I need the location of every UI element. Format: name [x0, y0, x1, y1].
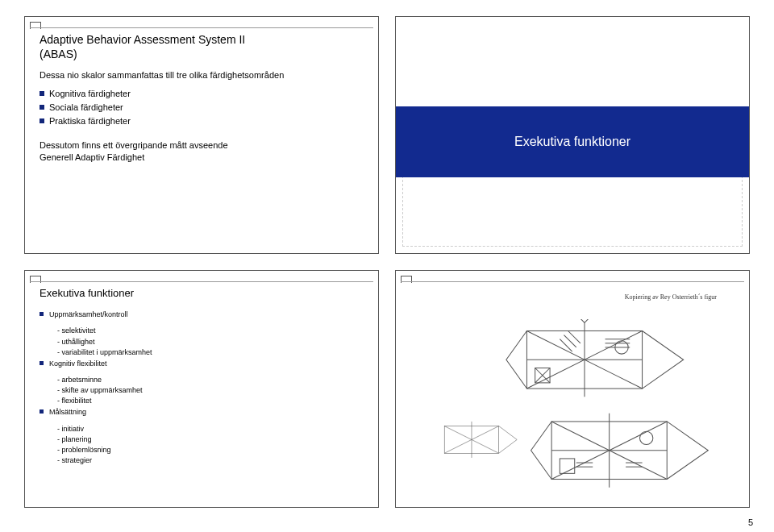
- rey-figure-area: [436, 319, 733, 491]
- slide1-intro: Dessa nio skalor sammanfattas till tre o…: [40, 69, 364, 81]
- rey-figure-svg: [436, 319, 733, 491]
- item-malsattning: Målsättning: [40, 407, 364, 417]
- slide3-list: Uppmärksamhet/kontroll: [40, 310, 364, 319]
- svg-line-6: [585, 319, 593, 322]
- slide3-list2: Kognitiv flexibilitet: [40, 359, 364, 368]
- slide1-bullets: Kognitiva färdigheter Sociala färdighete…: [40, 88, 364, 127]
- sub-strategier: - strategier: [40, 455, 364, 465]
- slide-rey-figure: Kopiering av Rey Osterrieth´s figur: [395, 270, 750, 508]
- bullet-sociala: Sociala färdigheter: [40, 102, 364, 114]
- title-line2: (ABAS): [40, 48, 77, 60]
- banner-title-bar: Exekutiva funktioner: [396, 106, 749, 177]
- slide3-list3: Målsättning: [40, 407, 364, 417]
- item-kognitiv-flex: Kognitiv flexibilitet: [40, 359, 364, 368]
- slide-exekutiva-list: Exekutiva funktioner Uppmärksamhet/kontr…: [24, 270, 379, 508]
- sub-flexibilitet: - flexibilitet: [40, 396, 364, 405]
- item-uppmarksamhet: Uppmärksamhet/kontroll: [40, 310, 364, 319]
- page-number: 5: [748, 517, 753, 527]
- banner-top: [396, 17, 749, 111]
- sub-problemlosning: - problemlösning: [40, 445, 364, 455]
- sub-selektivitet: - selektivitet: [40, 326, 364, 335]
- sub-variabilitet: - variabilitet i uppmärksamhet: [40, 347, 364, 357]
- slide1-footer1: Dessutom finns ett övergripande mått avs…: [40, 139, 364, 152]
- svg-point-27: [639, 431, 652, 444]
- slide2-title: Exekutiva funktioner: [514, 133, 630, 151]
- slide1-title: Adaptive Behavior Assessment System II (…: [40, 33, 364, 61]
- sub-skifte: - skifte av uppmärksamhet: [40, 385, 364, 395]
- bullet-praktiska: Praktiska färdigheter: [40, 115, 364, 127]
- slide-abas: Adaptive Behavior Assessment System II (…: [24, 16, 379, 254]
- figure-caption: Kopiering av Rey Osterrieth´s figur: [625, 293, 717, 302]
- slide1-footer2: Generell Adaptiv Färdighet: [40, 152, 364, 164]
- slide-exekutiva-banner: Exekutiva funktioner: [395, 16, 750, 254]
- title-line1: Adaptive Behavior Assessment System II: [40, 33, 245, 46]
- bullet-kognitiva: Kognitiva färdigheter: [40, 88, 364, 100]
- sub-uthallighet: - uthållighet: [40, 337, 364, 347]
- sub-initiativ: - initiativ: [40, 424, 364, 434]
- sub-planering: - planering: [40, 434, 364, 444]
- svg-line-5: [576, 319, 585, 322]
- slide3-title: Exekutiva funktioner: [40, 287, 364, 300]
- sub-arbetsminne: - arbetsminne: [40, 375, 364, 384]
